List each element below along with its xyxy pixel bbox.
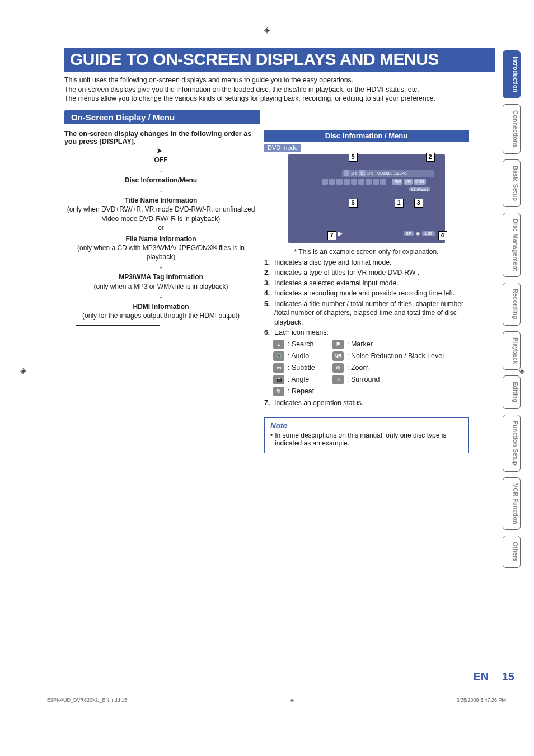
file-name-text: E9PKAUD_DVR620KU_EN.indd 15 (47, 697, 127, 703)
intro-paragraph: This unit uses the following on-screen d… (64, 76, 495, 104)
flow-mp3-tag: MP3/WMA Tag Information (67, 273, 255, 281)
callout-4: 4 (438, 231, 447, 240)
tab-vcr-function[interactable]: VCR Function (503, 477, 521, 530)
down-arrow-icon: ↓ (67, 261, 255, 270)
page-footer: EN 15 (473, 670, 514, 683)
tab-disc-management[interactable]: Disc Management (503, 213, 521, 278)
callout-3: 3 (414, 199, 423, 208)
flow-disc-info: Disc Information/Menu (67, 176, 255, 185)
mini-icon (351, 179, 357, 185)
strip-t-label: T (344, 170, 349, 176)
angle-icon: 📷 (273, 375, 284, 384)
mini-icon (373, 179, 379, 185)
play-icon (338, 231, 343, 237)
repeat-icon: ↻ (273, 387, 284, 396)
example-note: * This is an example screen only for exp… (264, 248, 469, 256)
mini-icon (366, 179, 372, 185)
arrow-right-icon: ➤ (156, 146, 163, 155)
tab-function-setup[interactable]: Function Setup (503, 415, 521, 472)
section-heading: On-Screen Display / Menu (64, 110, 260, 124)
flow-file-name-sub: (only when a CD with MP3/WMA/ JPEG/DivX®… (67, 243, 255, 261)
subtitle-icon: ▭ (273, 363, 284, 373)
rec-time: 1:53 (422, 231, 435, 236)
icon-label-search: : Search (288, 340, 332, 348)
rec-mode: SP (404, 231, 414, 236)
note-title: Note (270, 421, 462, 430)
note-box: Note • In some descriptions on this manu… (264, 417, 469, 453)
legend-3: Indicates a selected external input mode… (274, 279, 399, 288)
zoom-icon: ⊕ (332, 363, 344, 373)
tab-introduction[interactable]: Introduction (503, 50, 521, 98)
strip-c-label: C (359, 170, 365, 176)
dvd-mode-tag: DVD mode (264, 144, 301, 152)
file-footer: E9PKAUD_DVR620KU_EN.indd 15 ◈ 3/25/2009 … (47, 697, 506, 703)
side-tabs: Introduction Connections Basic Setup Dis… (503, 50, 523, 568)
registration-mark-bottom: ◈ (290, 697, 294, 703)
icon-label-subtitle: : Subtitle (288, 364, 332, 372)
icon-label-audio: : Audio (288, 352, 332, 360)
mini-icon (322, 179, 328, 185)
legend-2: Indicates a type of titles for VR mode D… (274, 268, 419, 277)
mini-icon (336, 179, 343, 185)
strip-c-value: 1/ 5 (367, 171, 374, 175)
note-body: In some descriptions on this manual, onl… (275, 431, 462, 447)
legend-list: 1.Indicates a disc type and format mode.… (264, 258, 469, 337)
info-strip-icons: -RW VR ORG (322, 179, 434, 185)
display-flow-column: The on-screen display changes in the fol… (64, 130, 257, 453)
flow-title-name: Title Name Information (67, 196, 255, 205)
search-icon: ⌕ (273, 340, 284, 349)
flow-hdmi-sub: (only for the images output through the … (67, 311, 255, 320)
icon-label-surround: : Surround (347, 375, 380, 383)
icon-legend-grid: ⌕ : Search ⚑ : Marker 🔊 : Audio NR : Noi… (273, 340, 469, 396)
icon-label-angle: : Angle (288, 375, 332, 383)
screen-diagram: 5 2 6 1 3 4 7 T 1/ 5 C 1/ 5 0:01:00 / 1:… (288, 154, 445, 243)
bullet: • (270, 431, 273, 447)
callout-7: 7 (327, 231, 336, 240)
pill-org: ORG (414, 179, 426, 185)
tab-recording[interactable]: Recording (503, 283, 521, 325)
mini-icon (329, 179, 335, 185)
disc-info-header: Disc Information / Menu (264, 130, 469, 142)
callout-6: 6 (349, 199, 358, 208)
icon-label-zoom: : Zoom (347, 364, 369, 372)
down-arrow-icon: ↓ (67, 185, 255, 194)
pill-rw: -RW (392, 179, 403, 185)
disc-mini-icon: ◉ (416, 231, 420, 236)
disc-info-column: Disc Information / Menu DVD mode 5 2 6 1… (264, 130, 469, 453)
legend-7: Indicates an operation status. (274, 398, 363, 407)
mini-icon (344, 179, 350, 185)
mini-icon (358, 179, 364, 185)
callout-1: 1 (395, 199, 404, 208)
callout-2: 2 (426, 153, 435, 162)
mini-icon (380, 179, 386, 185)
registration-mark-left: ◈ (20, 366, 26, 375)
strip-time: 0:01:00 / 1:23:45 (377, 171, 407, 175)
pill-vr: VR (404, 179, 413, 185)
tab-basic-setup[interactable]: Basic Setup (503, 159, 521, 207)
nr-icon: NR (332, 351, 344, 361)
strip-t-value: 1/ 5 (351, 171, 358, 175)
flow-mp3-tag-sub: (only when a MP3 or WMA file is in playb… (67, 282, 255, 291)
file-timestamp: 3/25/2009 3:47:26 PM (456, 697, 506, 703)
page-content: GUIDE TO ON-SCREEN DISPLAYS AND MENUS Th… (64, 48, 495, 453)
down-arrow-icon: ↓ (67, 291, 255, 300)
audio-icon: 🔊 (273, 351, 284, 361)
legend-5: Indicates a title number / total number … (274, 299, 469, 327)
icon-label-repeat: : Repeat (288, 387, 332, 395)
flow-title-name-sub: (only when DVD+RW/+R, VR mode DVD-RW/-R,… (67, 205, 255, 223)
tab-connections[interactable]: Connections (503, 104, 521, 154)
legend-4: Indicates a recording mode and possible … (274, 289, 455, 298)
legend-1: Indicates a disc type and format mode. (274, 258, 391, 267)
tab-playback[interactable]: Playback (503, 331, 521, 370)
down-arrow-icon: ↓ (67, 165, 255, 173)
icon-label-nr: : Noise Reduction / Black Level (347, 352, 444, 360)
info-strip-top: T 1/ 5 C 1/ 5 0:01:00 / 1:23:45 (342, 170, 434, 177)
tab-editing[interactable]: Editing (503, 375, 521, 408)
icon-label-marker: : Marker (347, 340, 373, 348)
flow-or: or (67, 223, 255, 232)
footer-lang: EN (473, 670, 489, 683)
screen-bottom-bar: SP ◉ 1:53 (338, 230, 435, 238)
registration-mark-top: ◈ (264, 25, 270, 34)
page-title: GUIDE TO ON-SCREEN DISPLAYS AND MENUS (64, 48, 495, 72)
tab-others[interactable]: Others (503, 536, 521, 567)
